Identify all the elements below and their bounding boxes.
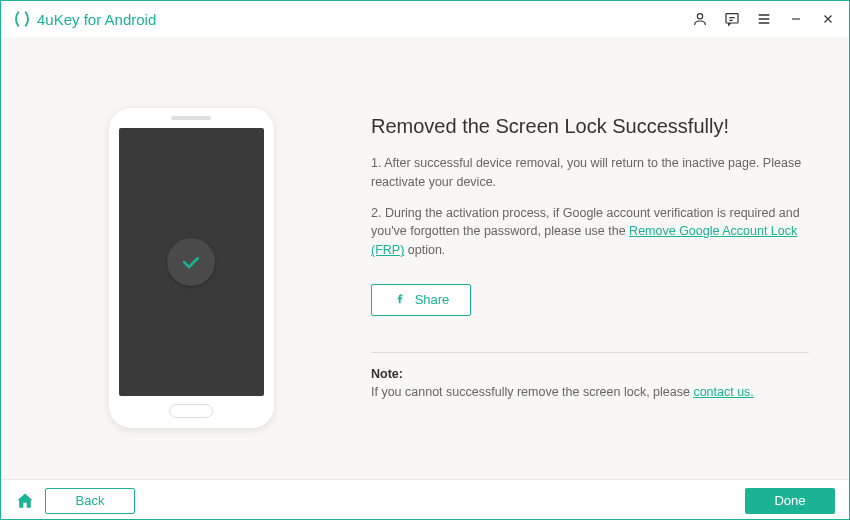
instruction-2-post: option. [404, 243, 445, 257]
back-button[interactable]: Back [45, 488, 135, 514]
divider [371, 352, 809, 353]
phone-home-button [169, 404, 213, 418]
app-title: 4uKey for Android [37, 11, 156, 28]
minimize-icon[interactable] [787, 10, 805, 28]
note-label: Note: [371, 367, 809, 381]
svg-rect-1 [726, 14, 738, 23]
content-area: Removed the Screen Lock Successfully! 1.… [1, 37, 849, 479]
instruction-2: 2. During the activation process, if Goo… [371, 204, 809, 260]
home-icon[interactable] [15, 491, 35, 511]
instruction-1: 1. After successful device removal, you … [371, 154, 809, 192]
footer: Back Done [1, 479, 849, 520]
user-icon[interactable] [691, 10, 709, 28]
feedback-icon[interactable] [723, 10, 741, 28]
share-button[interactable]: Share [371, 284, 471, 316]
facebook-icon [393, 291, 407, 308]
share-button-label: Share [415, 292, 450, 307]
close-icon[interactable] [819, 10, 837, 28]
titlebar-right [691, 10, 837, 28]
note-text: If you cannot successfully remove the sc… [371, 385, 809, 399]
svg-point-0 [697, 14, 702, 19]
success-heading: Removed the Screen Lock Successfully! [371, 115, 809, 138]
menu-icon[interactable] [755, 10, 773, 28]
phone-mockup [109, 108, 274, 428]
phone-screen [119, 128, 264, 396]
note-text-pre: If you cannot successfully remove the sc… [371, 385, 693, 399]
titlebar: 4uKey for Android [1, 1, 849, 37]
app-logo-icon [13, 10, 31, 28]
titlebar-left: 4uKey for Android [13, 10, 156, 28]
done-button[interactable]: Done [745, 488, 835, 514]
phone-column [61, 77, 321, 459]
phone-speaker [171, 116, 211, 120]
contact-us-link[interactable]: contact us. [693, 385, 753, 399]
info-column: Removed the Screen Lock Successfully! 1.… [321, 77, 809, 459]
success-check-icon [167, 238, 215, 286]
